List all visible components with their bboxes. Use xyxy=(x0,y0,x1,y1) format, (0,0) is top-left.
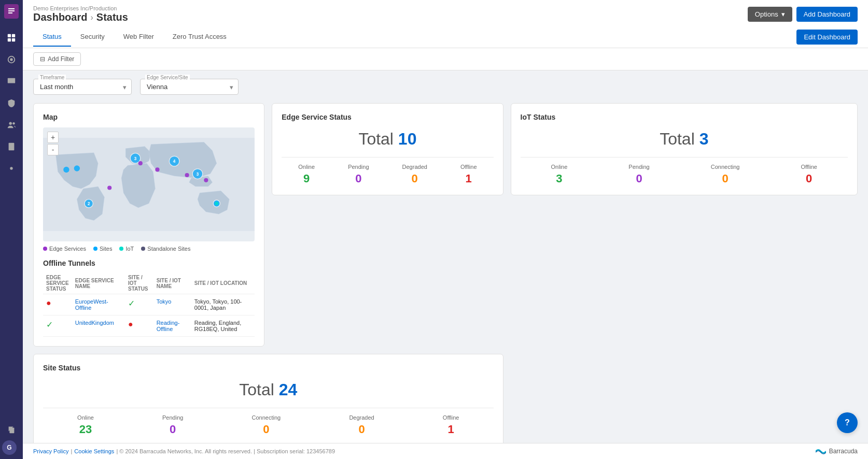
svg-point-13 xyxy=(74,165,80,171)
content-area: Timeframe Last month Last week Last 24 h… xyxy=(23,70,868,443)
col-site-name: SITE / IOT NAME xyxy=(153,272,191,294)
map-controls: + - xyxy=(47,132,59,155)
privacy-link[interactable]: Privacy Policy xyxy=(33,448,68,454)
edge-services-dot xyxy=(43,247,47,251)
sidebar-item-dashboard[interactable] xyxy=(2,28,21,47)
svg-point-24 xyxy=(204,178,208,182)
sites-dot xyxy=(93,247,97,251)
cookie-link[interactable]: Cookie Settings xyxy=(74,448,114,454)
sidebar-item-network[interactable] xyxy=(2,50,21,69)
user-avatar[interactable]: G xyxy=(2,440,17,455)
dropdowns-row: Timeframe Last month Last week Last 24 h… xyxy=(33,79,858,95)
filter-icon: ⊟ xyxy=(40,55,45,63)
edge-service-dropdown: Edge Service/Site Vienna Tokyo London ▾ xyxy=(140,79,239,95)
offline-tunnels-table-wrapper[interactable]: EDGESERVICESTATUS EDGE SERVICE NAME SITE… xyxy=(43,272,255,337)
breadcrumb-current: Status xyxy=(96,11,128,23)
edge-offline: Offline 1 xyxy=(460,164,477,185)
error-icon: ● xyxy=(128,320,133,328)
map-zoom-in[interactable]: + xyxy=(47,132,59,143)
map-title: Map xyxy=(43,113,255,121)
ok-icon: ✓ xyxy=(128,299,135,308)
site-status-cell: ✓ xyxy=(125,294,153,315)
ok-icon: ✓ xyxy=(46,320,53,329)
tab-security[interactable]: Security xyxy=(71,27,114,47)
svg-point-9 xyxy=(10,167,12,169)
sidebar-item-users[interactable] xyxy=(2,116,21,134)
sidebar-item-monitor[interactable] xyxy=(2,72,21,91)
breadcrumb-parent[interactable]: Dashboard xyxy=(33,11,87,23)
add-filter-button[interactable]: ⊟ Add Filter xyxy=(33,52,81,66)
tab-list: Status Security Web Filter Zero Trust Ac… xyxy=(33,27,236,47)
edge-name-link[interactable]: UnitedKingdom xyxy=(75,320,114,326)
site-name-cell: Tokyo xyxy=(153,294,191,315)
help-button[interactable]: ? xyxy=(837,412,858,433)
footer-brand: Barracuda xyxy=(816,448,858,455)
edge-service-select[interactable]: Vienna Tokyo London xyxy=(140,79,239,95)
map-zoom-out[interactable]: - xyxy=(47,144,59,155)
svg-rect-2 xyxy=(8,38,11,41)
edge-name-link[interactable]: EuropeWest-Offline xyxy=(75,298,108,311)
iot-offline: Offline 0 xyxy=(801,164,817,185)
site-status-total: Total 24 xyxy=(43,380,494,399)
chevron-down-icon: ▾ xyxy=(781,10,785,18)
tab-zero-trust[interactable]: Zero Trust Access xyxy=(163,27,236,47)
svg-point-25 xyxy=(155,167,159,171)
breadcrumb: Demo Enterprises Inc/Production Dashboar… xyxy=(33,5,128,23)
iot-online: Online 3 xyxy=(551,164,568,185)
tab-status[interactable]: Status xyxy=(33,27,71,47)
legend-standalone: Standalone Sites xyxy=(141,246,190,252)
col-edge-name: EDGE SERVICE NAME xyxy=(72,272,125,294)
edge-service-title: Edge Service Status xyxy=(282,113,493,121)
filters-bar: ⊟ Add Filter xyxy=(23,48,868,70)
sidebar-item-copy[interactable] xyxy=(2,420,21,439)
iot-pending: Pending 0 xyxy=(628,164,649,185)
timeframe-select[interactable]: Last month Last week Last 24 hours xyxy=(33,79,132,95)
options-button[interactable]: Options ▾ xyxy=(748,7,792,22)
app-logo[interactable] xyxy=(4,4,19,19)
world-map: 3 4 3 2 xyxy=(43,127,255,241)
location-cell: Tokyo, Tokyo, 100-0001, Japan xyxy=(191,294,255,315)
iot-dot xyxy=(119,247,123,251)
offline-tunnels-table: EDGESERVICESTATUS EDGE SERVICE NAME SITE… xyxy=(43,272,255,337)
site-name-link[interactable]: Reading-Offline xyxy=(157,320,180,332)
svg-text:2: 2 xyxy=(88,202,90,206)
edge-pending: Pending 0 xyxy=(348,164,369,185)
svg-point-4 xyxy=(10,58,12,61)
site-status-stats: Online 23 Pending 0 Connecting 0 Degra xyxy=(43,414,494,436)
map-card: Map + - xyxy=(33,103,264,347)
sidebar-item-reports[interactable] xyxy=(2,137,21,156)
iot-status-card: IoT Status Total 3 Online 3 Pending 0 xyxy=(511,103,858,195)
sidebar: G xyxy=(0,0,23,459)
header: Demo Enterprises Inc/Production Dashboar… xyxy=(23,0,868,48)
svg-text:4: 4 xyxy=(173,159,176,164)
svg-point-22 xyxy=(138,161,143,165)
table-row: ● EuropeWest-Offline ✓ Tokyo Tokyo, Toky… xyxy=(43,294,255,315)
tab-web-filter[interactable]: Web Filter xyxy=(114,27,163,47)
add-dashboard-button[interactable]: Add Dashboard xyxy=(796,7,858,22)
site-status-title: Site Status xyxy=(43,364,494,372)
header-actions: Options ▾ Add Dashboard xyxy=(748,7,858,22)
sidebar-item-security[interactable] xyxy=(2,94,21,112)
svg-text:3: 3 xyxy=(134,156,137,161)
sidebar-item-settings[interactable] xyxy=(2,159,21,178)
iot-connecting: Connecting 0 xyxy=(711,164,740,185)
edge-service-status-card: Edge Service Status Total 10 Online 9 Pe… xyxy=(272,103,503,195)
svg-rect-1 xyxy=(12,34,15,37)
col-site-status: SITE / IOTSTATUS xyxy=(125,272,153,294)
barracuda-logo-icon xyxy=(816,448,826,455)
legend-iot: IoT xyxy=(119,246,134,252)
svg-point-12 xyxy=(63,167,69,173)
table-row: ✓ UnitedKingdom ● Reading-Offline Readin… xyxy=(43,315,255,337)
standalone-dot xyxy=(141,247,145,251)
col-edge-status: EDGESERVICESTATUS xyxy=(43,272,72,294)
site-connecting: Connecting 0 xyxy=(252,414,281,436)
timeframe-dropdown: Timeframe Last month Last week Last 24 h… xyxy=(33,79,132,95)
site-name-link[interactable]: Tokyo xyxy=(157,298,172,305)
edge-service-stats: Online 9 Pending 0 Degraded 0 Offline xyxy=(282,164,493,185)
svg-rect-5 xyxy=(8,78,15,83)
svg-rect-0 xyxy=(8,34,11,37)
iot-stats: Online 3 Pending 0 Connecting 0 Offlin xyxy=(521,164,848,185)
site-degraded: Degraded 0 xyxy=(349,414,374,436)
edit-dashboard-button[interactable]: Edit Dashboard xyxy=(796,30,858,45)
svg-point-26 xyxy=(107,185,111,190)
